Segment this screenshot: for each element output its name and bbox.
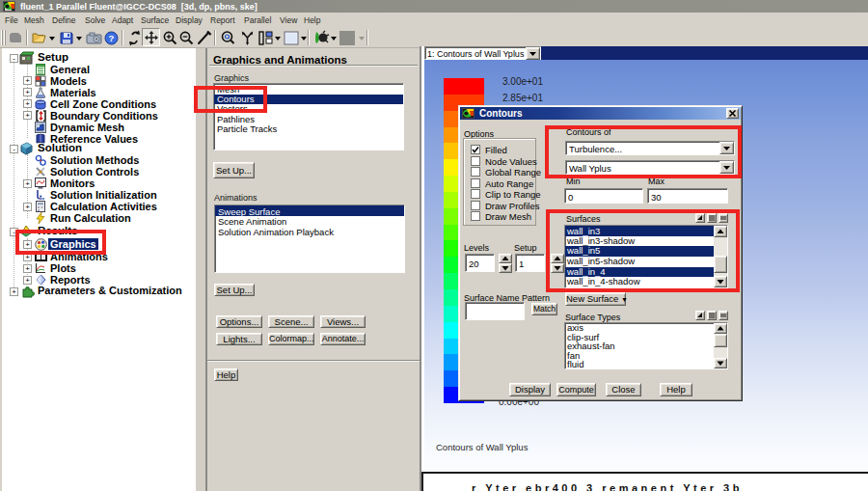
svg-text:?: ? bbox=[109, 33, 115, 43]
svg-text:t₀: t₀ bbox=[40, 194, 45, 201]
